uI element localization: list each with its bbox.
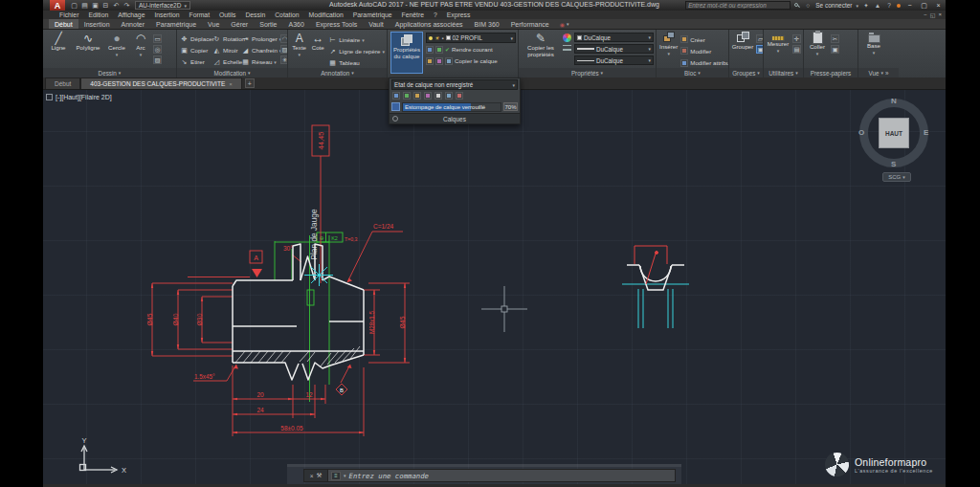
close-button[interactable]: ×: [933, 1, 944, 10]
object-color-dropdown[interactable]: DuCalque ▾: [574, 33, 654, 42]
menu-aide[interactable]: ?: [429, 11, 442, 18]
menu-edition[interactable]: Edition: [83, 11, 113, 18]
isolate-layer-icon[interactable]: [392, 92, 400, 100]
tool-ligne[interactable]: ╱ Ligne: [46, 32, 71, 68]
base-view-button[interactable]: Base ▾: [861, 32, 886, 68]
doc-minimize-button[interactable]: −: [924, 11, 927, 18]
ribbon-tab-gerer[interactable]: Gérer: [225, 19, 254, 29]
panel-label-modification[interactable]: Modification ▾: [177, 68, 287, 77]
panel-label-vue[interactable]: Vue ▾ »: [858, 68, 899, 77]
tool-texte[interactable]: A Texte ▾: [291, 32, 307, 68]
insert-block-button[interactable]: Insérer ▾: [659, 32, 678, 68]
ungroup-icon[interactable]: ▱: [756, 34, 763, 43]
menu-cotation[interactable]: Cotation: [270, 11, 303, 18]
tool-prolonger[interactable]: ⇥Prolonger▾: [241, 33, 279, 44]
menu-fichier[interactable]: Fichier: [55, 11, 83, 18]
menu-insertion[interactable]: Insertion: [149, 11, 184, 18]
menu-outils[interactable]: Outils: [214, 11, 240, 18]
save-icon[interactable]: ▣: [91, 1, 100, 10]
panel-overflow-icon[interactable]: »: [885, 70, 889, 77]
edit-attributes-button[interactable]: Modifier attributs▾: [680, 58, 728, 68]
fade-toggle-icon[interactable]: [391, 102, 400, 111]
tool-rotation[interactable]: ↻Rotation: [212, 33, 241, 44]
ribbon-options-icon[interactable]: ◉ ▾: [555, 19, 574, 29]
autodesk-360-icon[interactable]: ✦: [862, 2, 870, 10]
sign-in-button[interactable]: Se connecter: [815, 2, 852, 9]
tool-miroir[interactable]: ◭Miroir: [212, 45, 241, 55]
tool-deplacer[interactable]: ✥Déplacer: [180, 33, 212, 44]
menu-format[interactable]: Format: [185, 11, 215, 18]
quick-select-icon[interactable]: ▤: [792, 45, 801, 54]
copy-layer-button[interactable]: Copier le calque: [426, 55, 516, 66]
rectangle-tool-icon[interactable]: ▭: [153, 34, 162, 43]
maximize-button[interactable]: ▢: [919, 1, 929, 10]
ribbon-tab-vault[interactable]: Vault: [363, 19, 389, 29]
copy-clip-icon[interactable]: ▣: [831, 45, 839, 54]
ribbon-tab-parametrique[interactable]: Paramétrique: [150, 19, 202, 29]
tool-cercle[interactable]: ● Cercle ▾: [105, 32, 128, 68]
panel-label-bloc[interactable]: Bloc ▾: [657, 68, 728, 77]
recent-commands-icon[interactable]: ≡: [331, 472, 341, 480]
tool-cote[interactable]: ↔ Cote: [310, 32, 325, 68]
tool-arc[interactable]: ◠ Arc ▾: [131, 32, 150, 68]
panel-label-dessin[interactable]: Dessin ▾: [43, 68, 176, 77]
id-point-icon[interactable]: ✛: [792, 34, 801, 43]
layer-walk-icon[interactable]: [424, 92, 432, 100]
new-file-icon[interactable]: ▢: [70, 1, 78, 10]
ribbon-tab-annoter[interactable]: Annoter: [116, 19, 151, 29]
search-icon[interactable]: [794, 3, 800, 9]
merge-layer-icon[interactable]: [445, 92, 453, 100]
group-edit-icon[interactable]: ▣: [756, 45, 763, 54]
open-file-icon[interactable]: ▤: [80, 1, 89, 10]
app-menu-button[interactable]: A: [50, 0, 65, 11]
linetype-dropdown[interactable]: DuCalque ▾: [574, 55, 654, 65]
create-block-button[interactable]: Créer: [680, 34, 728, 44]
tool-reseau[interactable]: ▦Réseau▾: [241, 56, 279, 67]
paste-button[interactable]: Coller ▾: [807, 32, 828, 68]
tool-lineaire[interactable]: ⊢Linéaire▾: [328, 34, 385, 45]
viewcube-west[interactable]: O: [858, 128, 864, 137]
ribbon-tab-bim360[interactable]: BIM 360: [469, 19, 505, 29]
close-command-icon[interactable]: ×: [310, 473, 314, 479]
exchange-apps-icon[interactable]: ▲: [874, 2, 881, 10]
doc-close-button[interactable]: ×: [938, 11, 942, 18]
ribbon-tab-insertion[interactable]: Insertion: [78, 19, 116, 29]
new-tab-button[interactable]: +: [245, 78, 255, 88]
calques-panel-footer[interactable]: Calques: [390, 113, 520, 123]
ribbon-tab-vue[interactable]: Vue: [202, 19, 225, 29]
viewcube-east[interactable]: E: [924, 128, 928, 137]
drawing-canvas[interactable]: [-][Haut][Filaire 2D] ⊕ K2: [43, 90, 946, 484]
ucs-dropdown-button[interactable]: SCG ▾: [882, 172, 911, 182]
measure-button[interactable]: Mesurer ▾: [767, 32, 790, 68]
layer-select-dropdown[interactable]: ☀ ▪ 02 PROFIL ▾: [426, 33, 516, 43]
group-button[interactable]: Grouper: [732, 32, 753, 68]
tool-tableau[interactable]: ▦Tableau: [328, 57, 385, 68]
tool-ligne-de-repere[interactable]: ↗Ligne de repère▾: [328, 46, 385, 56]
unisolate-layer-icon[interactable]: [403, 92, 411, 100]
layer-state-dropdown[interactable]: Etat de calque non enregistré ▾: [391, 79, 518, 90]
command-input[interactable]: ≡ ▾ Entrez une commande: [328, 469, 676, 482]
menu-affichage[interactable]: Affichage: [113, 11, 149, 18]
panel-label-utilitaires[interactable]: Utilitaires ▾: [764, 68, 803, 77]
menu-modification[interactable]: Modification: [304, 11, 348, 18]
redo-icon[interactable]: ↷: [122, 1, 131, 10]
minimize-button[interactable]: −: [904, 1, 915, 10]
ribbon-tab-applications-associees[interactable]: Applications associées: [390, 19, 469, 29]
doc-restore-button[interactable]: ◱: [930, 11, 936, 18]
viewcube-north[interactable]: N: [891, 97, 897, 105]
tool-etirer[interactable]: ↘Etirer: [180, 56, 212, 67]
workspace-dropdown[interactable]: AU-interface2D ▾: [135, 1, 190, 10]
chevron-down-icon[interactable]: ▾: [856, 3, 858, 9]
ellipse-tool-icon[interactable]: ◎: [153, 45, 162, 54]
tool-copier[interactable]: ▣Copier: [180, 45, 212, 55]
panel-label-presse-papiers[interactable]: Presse-papiers: [804, 68, 858, 77]
viewcube-south[interactable]: S: [891, 160, 896, 168]
undo-icon[interactable]: ↶: [112, 1, 121, 10]
file-tab-document[interactable]: 403-GESTION DES CALQUES-PRODUCTIVITE ×: [80, 77, 241, 89]
tool-polyligne[interactable]: ∿ Polyligne: [74, 32, 102, 68]
hatch-tool-icon[interactable]: ▨: [153, 55, 162, 64]
tool-chanfrein[interactable]: ◢Chanfrein▾: [241, 45, 279, 55]
ribbon-tab-debut[interactable]: Début: [49, 19, 78, 29]
delete-layer-icon[interactable]: [456, 92, 463, 100]
viewcube-top-face[interactable]: HAUT: [879, 118, 909, 148]
